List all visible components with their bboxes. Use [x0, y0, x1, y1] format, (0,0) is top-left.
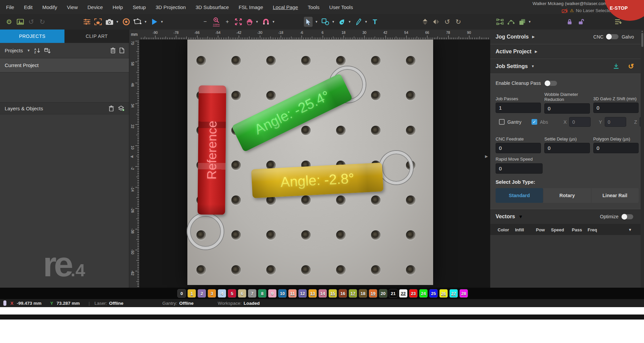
menu-local-page[interactable]: Local Page [273, 4, 298, 10]
menu-device[interactable]: Device [87, 4, 103, 10]
palette-swatch-8[interactable]: 8 [258, 289, 267, 298]
node-points-icon[interactable] [507, 17, 515, 27]
palette-swatch-0[interactable]: 0 [177, 289, 186, 298]
chevron-down-icon[interactable]: ▼ [332, 20, 335, 23]
new-project-icon[interactable] [120, 48, 124, 53]
lens-view-icon[interactable] [123, 17, 130, 27]
run-job-play-icon[interactable] [151, 17, 158, 27]
menu-view[interactable]: View [67, 4, 78, 10]
menu-user-tools[interactable]: User Tools [329, 4, 353, 10]
save-settings-download-icon[interactable] [613, 63, 619, 69]
job-passes-input[interactable] [496, 103, 541, 113]
merge-layers-icon[interactable] [118, 106, 124, 111]
chevron-down-icon[interactable]: ▼ [116, 20, 119, 23]
vectors-column-freq[interactable]: Freq [588, 227, 608, 232]
chevron-down-icon[interactable]: ▼ [528, 20, 531, 23]
rapid-move-speed-input[interactable] [496, 163, 543, 174]
palette-swatch-11[interactable]: 11 [288, 289, 297, 298]
zoom-out-icon[interactable]: − [201, 17, 209, 27]
optimize-toggle[interactable] [622, 214, 633, 219]
pen-tool-icon[interactable] [338, 17, 346, 27]
menu-setup[interactable]: Setup [133, 4, 146, 10]
zoom-in-icon[interactable]: + [224, 17, 231, 27]
palette-swatch-28[interactable]: 28 [459, 289, 468, 298]
vectors-column-infill[interactable]: Infill [515, 227, 536, 232]
vectors-header[interactable]: Vectors ▼ Optimize [490, 209, 644, 224]
palette-swatch-6[interactable]: 6 [238, 289, 246, 298]
palette-swatch-20[interactable]: 20 [379, 289, 387, 298]
palette-swatch-15[interactable]: 15 [328, 289, 337, 298]
sort-date-icon[interactable] [44, 48, 51, 54]
job-settings-header[interactable]: Job Settings ▼ ↺ [490, 59, 644, 74]
palette-swatch-5[interactable]: 5 [228, 289, 236, 298]
vectors-column-color[interactable]: Color [498, 227, 515, 232]
filter-icon[interactable]: ▼ [628, 228, 632, 232]
sort-alpha-icon[interactable]: AZ [34, 48, 40, 54]
menu-tools[interactable]: Tools [308, 4, 320, 10]
flip-vertical-icon[interactable] [421, 17, 429, 27]
flip-horizontal-icon[interactable] [432, 17, 440, 27]
knife-tool-icon[interactable] [355, 17, 362, 27]
undo-icon[interactable]: ↺ [28, 17, 35, 27]
project-list-item[interactable]: Current Project [0, 58, 129, 72]
enable-cleanup-toggle[interactable] [545, 81, 557, 86]
palette-swatch-10[interactable]: 10 [278, 289, 287, 298]
chevron-down-icon[interactable]: ▼ [272, 20, 275, 23]
palette-swatch-4[interactable]: 4 [218, 289, 226, 298]
palette-swatch-9[interactable]: 9 [268, 289, 277, 298]
job-type-standard[interactable]: Standard [496, 188, 543, 203]
menu-file[interactable]: File [6, 4, 14, 10]
chevron-down-icon[interactable]: ▼ [144, 20, 147, 23]
settings-gear-icon[interactable]: ⚙ [5, 17, 13, 27]
trace-outline-icon[interactable] [134, 17, 142, 27]
chevron-down-icon[interactable]: ▼ [315, 20, 318, 23]
fit-to-screen-icon[interactable] [235, 17, 242, 27]
palette-swatch-23[interactable]: 23 [409, 289, 418, 298]
delete-layer-icon[interactable] [109, 106, 114, 111]
palette-swatch-26[interactable]: 26 [439, 289, 448, 298]
menu-edit[interactable]: Edit [24, 4, 33, 10]
camera-focus-icon[interactable] [94, 17, 102, 27]
rotate-ccw-icon[interactable]: ↺ [444, 17, 451, 27]
import-image-icon[interactable] [16, 17, 24, 27]
palette-swatch-16[interactable]: 16 [338, 289, 347, 298]
vectors-column-pass[interactable]: Pass [572, 227, 588, 232]
select-tool-icon[interactable] [304, 17, 313, 27]
palette-swatch-19[interactable]: 19 [369, 289, 377, 298]
snap-magnet-icon[interactable] [262, 17, 270, 27]
palette-swatch-21[interactable]: 21 [389, 289, 398, 298]
vectors-column-speed[interactable]: Speed [551, 227, 572, 232]
abs-checkbox[interactable]: ✓ [532, 119, 537, 125]
cnc-galvo-toggle[interactable] [606, 34, 618, 39]
job-type-linear-rail[interactable]: Linear Rail [591, 188, 639, 203]
active-project-header[interactable]: Active Project ▶ [490, 44, 644, 59]
palette-swatch-7[interactable]: 7 [248, 289, 257, 298]
adjustments-sliders-icon[interactable] [83, 17, 91, 27]
lock-icon[interactable] [566, 17, 573, 27]
palette-swatch-17[interactable]: 17 [349, 289, 357, 298]
cnc-feedrate-input[interactable] [496, 143, 541, 153]
projects-dropdown[interactable]: Projects [5, 48, 23, 53]
palette-swatch-1[interactable]: 1 [187, 289, 196, 298]
camera-capture-icon[interactable] [105, 17, 113, 27]
menu-3d-projection[interactable]: 3D Projection [155, 4, 186, 10]
menu-fsl-image[interactable]: FSL Image [239, 4, 263, 10]
menu-3d-subsurface[interactable]: 3D Subsurface [195, 4, 229, 10]
pan-hand-icon[interactable] [246, 17, 253, 27]
palette-swatch-12[interactable]: 12 [298, 289, 307, 298]
collapse-right-panel-icon[interactable]: ▶ [485, 154, 488, 159]
rotate-cw-icon[interactable]: ↻ [455, 17, 462, 27]
palette-swatch-13[interactable]: 13 [308, 289, 317, 298]
gantry-checkbox[interactable] [499, 119, 505, 125]
green-keychain[interactable]: Angle: -25.4° [231, 73, 353, 152]
x-axis-input[interactable] [569, 117, 591, 127]
palette-swatch-25[interactable]: 25 [429, 289, 438, 298]
chevron-down-icon[interactable]: ▼ [256, 20, 259, 23]
layers-icon[interactable] [518, 17, 526, 27]
vectors-column-pow[interactable]: Pow [536, 227, 551, 232]
menu-help[interactable]: Help [112, 4, 123, 10]
zoom-level[interactable]: 109% [213, 23, 220, 26]
palette-swatch-27[interactable]: 27 [449, 289, 458, 298]
reset-settings-icon[interactable]: ↺ [628, 62, 634, 70]
settle-delay-s--input[interactable] [544, 143, 590, 153]
